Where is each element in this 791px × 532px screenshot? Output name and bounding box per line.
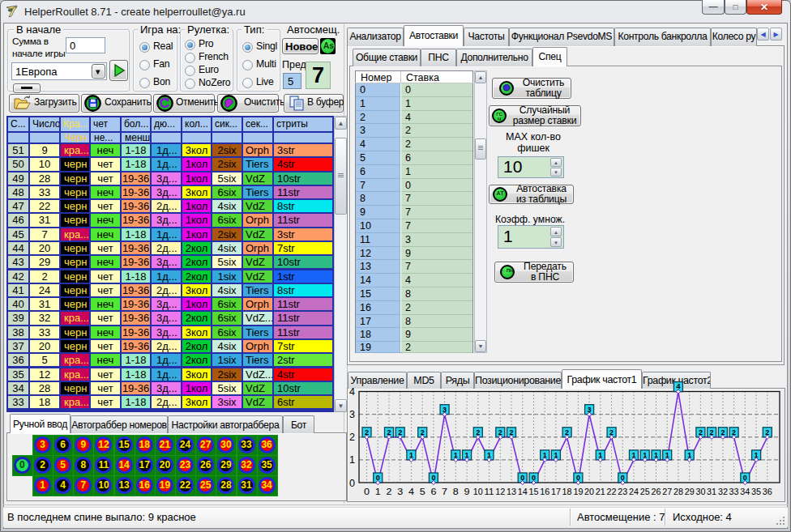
svg-text:27: 27	[662, 486, 672, 497]
svg-text:17: 17	[551, 486, 561, 497]
svg-text:1: 1	[375, 486, 381, 497]
svg-text:16: 16	[540, 486, 549, 497]
svg-text:24: 24	[629, 486, 639, 497]
svg-text:26: 26	[652, 486, 661, 497]
svg-text:31: 31	[707, 486, 716, 497]
svg-text:13: 13	[507, 486, 516, 497]
svg-text:19: 19	[573, 486, 583, 497]
svg-text:0: 0	[364, 486, 370, 497]
svg-text:33: 33	[729, 486, 739, 497]
svg-text:22: 22	[607, 486, 617, 497]
svg-text:7: 7	[442, 486, 447, 497]
svg-text:18: 18	[562, 486, 572, 497]
svg-text:10: 10	[473, 486, 483, 497]
svg-text:12: 12	[495, 486, 505, 497]
svg-text:28: 28	[673, 486, 683, 497]
svg-text:5: 5	[420, 486, 425, 497]
svg-text:4: 4	[408, 486, 414, 497]
svg-text:20: 20	[584, 486, 594, 497]
svg-text:8: 8	[453, 486, 459, 497]
svg-text:6: 6	[430, 486, 436, 497]
svg-text:3: 3	[397, 486, 403, 497]
svg-text:11: 11	[485, 486, 494, 497]
svg-text:14: 14	[518, 486, 528, 497]
svg-text:4: 4	[349, 386, 355, 398]
svg-text:29: 29	[685, 486, 695, 497]
svg-text:2: 2	[387, 486, 392, 497]
svg-text:34: 34	[740, 486, 750, 497]
svg-text:15: 15	[529, 486, 539, 497]
svg-text:3: 3	[349, 409, 355, 420]
svg-text:2: 2	[349, 432, 355, 443]
svg-text:25: 25	[640, 486, 650, 497]
svg-text:1: 1	[349, 454, 355, 466]
svg-text:30: 30	[695, 486, 705, 497]
svg-text:35: 35	[751, 486, 761, 497]
svg-text:21: 21	[596, 486, 605, 497]
svg-text:9: 9	[464, 486, 470, 497]
svg-text:32: 32	[718, 486, 728, 497]
svg-text:23: 23	[618, 486, 627, 497]
svg-text:0: 0	[349, 478, 355, 489]
svg-text:36: 36	[763, 486, 772, 497]
